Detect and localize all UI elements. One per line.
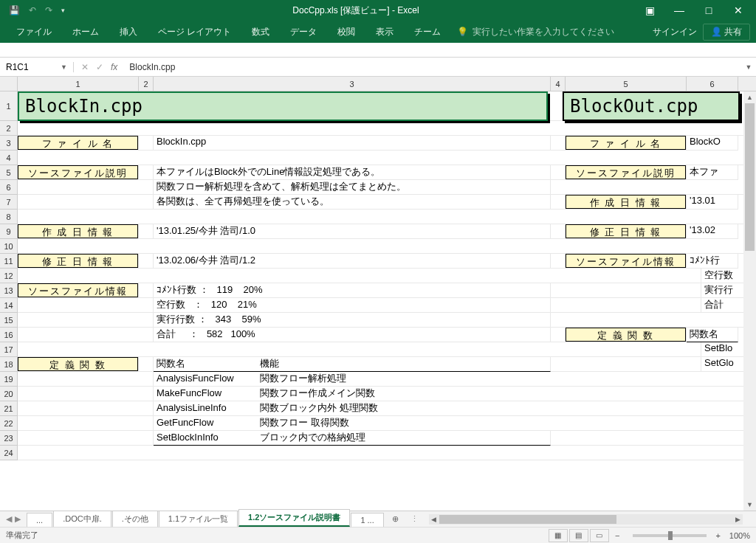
cell[interactable]: フ ァ イ ル 名 [566, 136, 687, 151]
cell[interactable]: ソースファイル情報 [18, 283, 139, 298]
row-header[interactable]: 16 [0, 328, 18, 342]
formula-expand-icon[interactable]: ▼ [741, 63, 756, 71]
cell-title-right[interactable]: BlockOut.cpp [563, 91, 740, 121]
zoom-handle[interactable] [668, 531, 673, 540]
col-header[interactable]: 3 [154, 77, 551, 91]
cell[interactable]: BlockO [687, 136, 738, 151]
undo-icon[interactable]: ↶ [29, 5, 36, 15]
cell[interactable] [551, 298, 701, 313]
add-sheet-button[interactable]: ⊕ [385, 514, 406, 524]
sign-in-link[interactable]: サインイン [653, 26, 697, 38]
col-header[interactable]: 1 [18, 77, 139, 91]
share-button[interactable]: 👤 共有 [703, 24, 750, 41]
cell[interactable] [139, 254, 154, 269]
cell[interactable] [139, 165, 154, 180]
cell[interactable] [18, 342, 701, 357]
cell[interactable] [139, 283, 154, 298]
cell[interactable] [18, 372, 154, 387]
scroll-thumb[interactable] [745, 103, 755, 251]
view-normal-icon[interactable]: ▦ [549, 529, 568, 542]
sheet-tab-active[interactable]: 1.2ソースファイル説明書 [238, 509, 350, 527]
row-header[interactable]: 11 [0, 254, 18, 269]
scroll-left-icon[interactable]: ◀ [429, 516, 439, 523]
row-header[interactable]: 19 [0, 372, 18, 387]
enter-icon[interactable]: ✓ [96, 62, 103, 72]
row-header[interactable]: 15 [0, 313, 18, 328]
cell[interactable]: 修 正 日 情 報 [18, 254, 139, 269]
cell[interactable] [551, 357, 701, 372]
cell[interactable]: 作 成 日 情 報 [18, 224, 139, 239]
cell-filename-value[interactable]: BlockIn.cpp [154, 136, 551, 151]
row-header[interactable]: 18 [0, 357, 18, 372]
cell[interactable] [139, 136, 154, 151]
formula-input[interactable]: BlockIn.cpp [123, 62, 741, 72]
row-header[interactable]: 3 [0, 136, 18, 151]
sheet-nav-prev-icon[interactable]: ◀ [6, 514, 12, 524]
row-header[interactable]: 10 [0, 239, 18, 254]
cell[interactable]: ソースファイル情報 [566, 254, 687, 269]
cell[interactable]: 関数名機能 [154, 357, 551, 372]
row-header[interactable]: 12 [0, 269, 18, 283]
row-header[interactable]: 14 [0, 298, 18, 313]
sheet-tab[interactable]: 1.1ファイル一覧 [159, 511, 238, 527]
row-header[interactable]: 2 [0, 121, 18, 136]
col-header[interactable]: 2 [139, 77, 154, 91]
tab-file[interactable]: ファイル [6, 21, 62, 43]
cell[interactable]: SetBlockInInfoブロック内での格納処理 [154, 431, 551, 446]
zoom-in-button[interactable]: + [715, 531, 720, 540]
row-header[interactable]: 5 [0, 165, 18, 180]
cell[interactable]: ソースファイル説明 [18, 165, 139, 180]
close-button[interactable]: ✕ [726, 4, 750, 16]
select-all-corner[interactable] [0, 77, 18, 91]
cell[interactable]: 合計 ： 582 100% [154, 328, 551, 342]
fx-icon[interactable]: fx [111, 62, 123, 72]
name-box-dropdown-icon[interactable]: ▼ [61, 63, 67, 71]
scroll-thumb[interactable] [439, 515, 616, 524]
row-header[interactable]: 1 [0, 91, 18, 121]
view-page-layout-icon[interactable]: ▤ [569, 529, 588, 542]
cancel-icon[interactable]: ✕ [81, 62, 89, 72]
maximize-button[interactable]: □ [697, 4, 721, 16]
zoom-level[interactable]: 100% [729, 531, 750, 540]
cell[interactable] [18, 313, 154, 328]
name-box[interactable]: R1C1 ▼ [0, 62, 74, 72]
cell[interactable] [18, 446, 756, 460]
view-page-break-icon[interactable]: ▭ [590, 529, 609, 542]
sheet-tab[interactable]: ... [27, 513, 52, 527]
cell[interactable] [139, 357, 154, 372]
cell[interactable]: 定 義 関 数 [18, 357, 139, 372]
col-header[interactable]: 6 [687, 77, 738, 91]
zoom-out-button[interactable]: − [615, 531, 619, 540]
cell[interactable]: フ ァ イ ル 名 [18, 136, 139, 151]
cell[interactable] [18, 210, 756, 224]
cell[interactable] [551, 224, 566, 239]
row-header[interactable]: 9 [0, 224, 18, 239]
cell[interactable] [18, 387, 154, 401]
cell[interactable]: 修 正 日 情 報 [566, 224, 687, 239]
cell[interactable] [18, 298, 154, 313]
cell[interactable] [139, 224, 154, 239]
cell[interactable]: 実行行数 ： 343 59% [154, 313, 551, 328]
tab-formulas[interactable]: 数式 [241, 21, 280, 43]
cell[interactable]: AnalysisLineInfo関数ブロック内外 処理関数 [154, 401, 756, 416]
row-header[interactable]: 20 [0, 387, 18, 401]
tab-view[interactable]: 表示 [365, 21, 404, 43]
cell[interactable] [18, 401, 154, 416]
row-header[interactable]: 13 [0, 283, 18, 298]
tab-review[interactable]: 校閲 [327, 21, 365, 43]
cell[interactable] [551, 283, 701, 298]
cell[interactable] [551, 136, 566, 151]
cells-area[interactable]: BlockIn.cpp BlockOut.cpp フ ァ イ ル 名 Block… [18, 91, 756, 460]
redo-icon[interactable]: ↷ [45, 5, 52, 15]
scroll-down-icon[interactable]: ▼ [746, 499, 753, 511]
scroll-up-icon[interactable]: ▲ [746, 91, 753, 103]
sheet-nav-next-icon[interactable]: ▶ [15, 514, 21, 524]
row-header[interactable]: 7 [0, 195, 18, 210]
col-header[interactable]: 5 [566, 77, 687, 91]
row-header[interactable]: 17 [0, 342, 18, 357]
cell[interactable]: ソースファイル説明 [566, 165, 687, 180]
cell[interactable]: AnalysisFuncFlow関数フロー解析処理 [154, 372, 756, 387]
cell[interactable] [551, 313, 756, 328]
cell[interactable]: MakeFuncFlow関数フロー作成メイン関数 [154, 387, 756, 401]
cell-title-left[interactable]: BlockIn.cpp [18, 91, 548, 121]
